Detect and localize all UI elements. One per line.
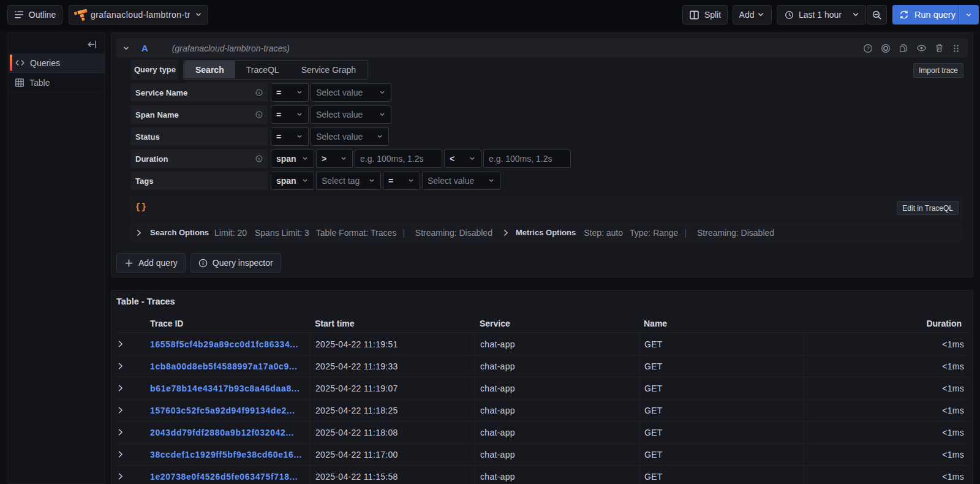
svg-text:?: ? xyxy=(867,45,870,51)
